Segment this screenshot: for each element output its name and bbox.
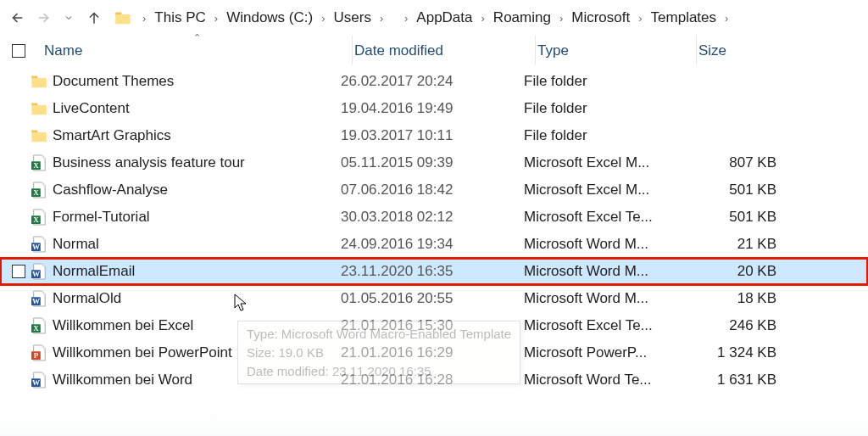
file-size: 501 KB	[685, 209, 787, 226]
up-button[interactable]	[81, 5, 107, 31]
chevron-right-icon: ›	[137, 12, 151, 25]
column-header-date[interactable]: Date modified	[353, 36, 536, 65]
svg-rect-3	[31, 78, 47, 87]
file-name: SmartArt Graphics	[47, 127, 171, 144]
word-icon: W	[31, 372, 47, 388]
breadcrumb-segment[interactable]: AppData	[413, 6, 476, 29]
file-row[interactable]: Document Themes26.02.2017 20:24File fold…	[0, 68, 868, 95]
file-name: Normal	[47, 236, 99, 253]
file-row[interactable]: WNormalOld01.05.2016 20:55Microsoft Word…	[0, 285, 868, 312]
svg-text:W: W	[32, 378, 40, 387]
svg-text:X: X	[33, 161, 39, 170]
svg-text:X: X	[33, 324, 39, 333]
svg-rect-5	[31, 105, 47, 115]
file-date: 07.06.2016 18:42	[341, 182, 524, 198]
svg-rect-1	[115, 14, 131, 24]
file-type: File folder	[524, 73, 685, 90]
file-date: 23.11.2020 16:35	[341, 263, 524, 280]
file-size: 1 324 KB	[685, 344, 787, 361]
word-icon: W	[31, 236, 47, 253]
svg-text:X: X	[33, 188, 39, 197]
file-tooltip: Type: Microsoft Word Macro-Enabled Templ…	[237, 321, 520, 384]
file-type: Microsoft Word Te...	[524, 372, 685, 388]
file-size: 246 KB	[685, 317, 787, 334]
file-name: Business analysis feature tour	[47, 154, 245, 171]
bottom-fade	[0, 411, 868, 436]
file-type: Microsoft Word M...	[524, 236, 685, 253]
file-date: 01.05.2016 20:55	[341, 290, 524, 307]
file-name: Willkommen bei Excel	[47, 317, 193, 334]
column-header-row: ⌃ Name Date modified Type Size	[0, 36, 868, 66]
breadcrumb-segment[interactable]: Users	[331, 6, 375, 29]
folder-icon	[31, 127, 47, 144]
back-button[interactable]	[5, 5, 31, 31]
file-date: 19.03.2017 10:11	[341, 127, 524, 144]
breadcrumb-segment[interactable]: This PC	[151, 6, 209, 29]
svg-text:W: W	[32, 297, 40, 305]
file-date: 26.02.2017 20:24	[341, 73, 524, 90]
file-row[interactable]: WNormalEmail23.11.2020 16:35Microsoft Wo…	[0, 258, 868, 285]
file-row[interactable]: LiveContent19.04.2016 19:49File folder	[0, 95, 868, 122]
file-name: NormalEmail	[47, 263, 135, 280]
chevron-right-icon: ›	[316, 12, 330, 25]
column-header-size[interactable]: Size	[697, 36, 798, 65]
file-type: File folder	[524, 100, 685, 117]
file-name: LiveContent	[47, 100, 130, 117]
file-type: Microsoft Excel M...	[524, 154, 685, 171]
row-checkbox-slot[interactable]	[12, 265, 31, 278]
file-size: 501 KB	[685, 182, 787, 198]
excel-icon: X	[31, 182, 47, 198]
svg-text:W: W	[32, 270, 40, 278]
file-type: Microsoft Excel Te...	[524, 317, 685, 334]
tooltip-type: Type: Microsoft Word Macro-Enabled Templ…	[247, 325, 511, 344]
file-type: Microsoft Excel M...	[524, 182, 685, 198]
chevron-right-icon: ›	[720, 12, 733, 25]
chevron-right-icon: ›	[633, 12, 647, 25]
file-name: Willkommen bei Word	[47, 372, 192, 388]
breadcrumb-segment[interactable]: Roaming	[490, 6, 554, 29]
breadcrumb-segment[interactable]: Windows (C:)	[223, 6, 316, 29]
breadcrumb-segment[interactable]: Microsoft	[568, 6, 633, 29]
forward-button[interactable]	[31, 5, 56, 31]
word-icon: W	[31, 263, 47, 280]
file-size: 1 631 KB	[685, 372, 787, 388]
svg-text:W: W	[32, 243, 40, 251]
mouse-cursor-icon	[234, 293, 248, 312]
chevron-right-icon: ›	[375, 12, 388, 25]
breadcrumb-segment[interactable]: Templates	[648, 6, 720, 29]
file-type: Microsoft Word M...	[524, 263, 685, 280]
column-header-type[interactable]: Type	[536, 36, 697, 65]
file-name: Cashflow-Analyse	[47, 182, 168, 198]
file-type: Microsoft PowerP...	[524, 344, 685, 361]
file-name: Document Themes	[47, 73, 174, 90]
file-type: File folder	[524, 127, 685, 144]
file-row[interactable]: XFormel-Tutorial30.03.2018 02:12Microsof…	[0, 204, 868, 231]
file-date: 24.09.2016 19:34	[341, 236, 524, 253]
file-date: 05.11.2015 09:39	[341, 154, 524, 171]
breadcrumb-segment[interactable]	[388, 6, 399, 29]
chevron-right-icon: ›	[209, 12, 223, 25]
column-header-name[interactable]: ⌃ Name	[42, 36, 353, 65]
tooltip-size: Size: 19.0 KB	[247, 344, 511, 362]
select-all-checkbox[interactable]	[12, 44, 25, 58]
file-name: Formel-Tutorial	[47, 209, 150, 226]
file-row[interactable]: XBusiness analysis feature tour05.11.201…	[0, 149, 868, 176]
recent-locations-dropdown[interactable]	[56, 5, 81, 31]
file-name: NormalOld	[47, 290, 121, 307]
svg-rect-7	[31, 132, 47, 142]
breadcrumb[interactable]: › This PC›Windows (C:)›Users› ›AppData›R…	[114, 0, 863, 36]
tooltip-date: Date modified: 23.11.2020 16:35	[247, 362, 511, 381]
file-row[interactable]: XCashflow-Analyse07.06.2016 18:42Microso…	[0, 176, 868, 204]
drive-icon	[114, 8, 132, 27]
word-icon: W	[31, 290, 47, 307]
folder-icon	[31, 100, 47, 117]
navigation-bar: › This PC›Windows (C:)›Users› ›AppData›R…	[0, 0, 868, 36]
ppt-icon: P	[31, 344, 47, 361]
file-date: 19.04.2016 19:49	[341, 100, 524, 117]
file-date: 30.03.2018 02:12	[341, 209, 524, 226]
file-row[interactable]: SmartArt Graphics19.03.2017 10:11File fo…	[0, 122, 868, 149]
file-row[interactable]: WNormal24.09.2016 19:34Microsoft Word M.…	[0, 231, 868, 258]
svg-text:X: X	[33, 215, 39, 224]
sort-indicator-icon: ⌃	[193, 32, 201, 43]
folder-icon	[31, 73, 47, 90]
